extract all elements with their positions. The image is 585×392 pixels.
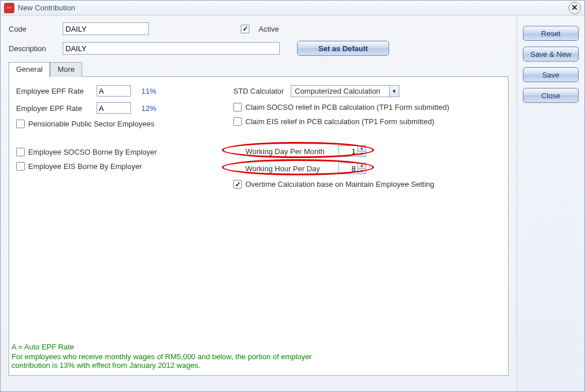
work-hour-label: Working Hour Per Day [245,164,338,173]
dropdown-arrow-icon[interactable]: ▼ [389,86,399,97]
employee-epf-pct: 11% [141,87,156,95]
app-icon: ⋯ [4,3,14,13]
tabs: General More [9,62,509,77]
pensionable-checkbox[interactable] [16,120,25,128]
employer-epf-input[interactable] [97,102,131,114]
tab-general-panel: Employee EPF Rate 11% Employer EPF Rate … [9,77,509,376]
footnote-line2: For employees who receive monthly wages … [11,352,351,370]
eis-relief-label: Claim EIS relief in PCB calculation (TP1… [245,117,434,126]
close-button[interactable]: Close [523,88,579,103]
work-hour-spin-down[interactable]: ▼ [358,169,365,174]
titlebar: ⋯ New Contribution ✕ [1,1,584,16]
reset-button[interactable]: Reset [523,26,579,41]
description-input[interactable] [63,42,280,55]
overtime-checkbox[interactable] [233,180,242,189]
employer-epf-pct: 12% [141,104,156,113]
work-day-spin-down[interactable]: ▼ [358,152,365,157]
socso-relief-label: Claim SOCSO relief in PCB calculation (T… [245,103,449,112]
work-day-spin-up[interactable]: ▲ [358,146,365,152]
eis-borne-checkbox[interactable] [16,162,25,171]
employee-epf-label: Employee EPF Rate [16,87,97,95]
code-input[interactable] [63,22,149,35]
window-title: New Contribution [18,3,75,12]
eis-relief-checkbox[interactable] [233,117,242,126]
tab-more[interactable]: More [50,62,82,77]
overtime-label: Overtime Calculation base on Maintain Em… [245,180,434,189]
std-calc-select[interactable]: Computerized Calculation ▼ [291,85,399,97]
eis-borne-label: Employee EIS Borne By Employer [28,162,142,171]
employer-epf-label: Employer EPF Rate [16,104,97,113]
employee-epf-input[interactable] [97,85,131,97]
window-close-button[interactable]: ✕ [568,2,581,14]
std-calc-label: STD Calculator [233,87,291,95]
work-day-input[interactable] [338,145,358,157]
save-new-button[interactable]: Save & New [523,47,579,62]
footnote: A = Auto EPF Rate For employees who rece… [9,341,508,371]
work-day-label: Working Day Per Month [245,147,338,156]
std-calc-value: Computerized Calculation [291,87,389,95]
pensionable-label: Pensionable Public Sector Employees [28,120,155,128]
socso-relief-checkbox[interactable] [233,103,242,112]
work-hour-spin-up[interactable]: ▲ [358,163,365,169]
save-button[interactable]: Save [523,67,579,82]
tab-general[interactable]: General [9,62,50,77]
work-hour-input[interactable] [338,163,358,174]
socso-borne-checkbox[interactable] [16,148,25,156]
socso-borne-label: Employee SOCSO Borne By Employer [28,148,157,156]
code-label: Code [9,25,57,33]
description-label: Description [9,44,57,53]
active-checkbox[interactable] [241,25,249,33]
set-default-button[interactable]: Set as Default [297,41,389,56]
footnote-line1: A = Auto EPF Rate [11,343,506,351]
active-label: Active [259,25,279,33]
